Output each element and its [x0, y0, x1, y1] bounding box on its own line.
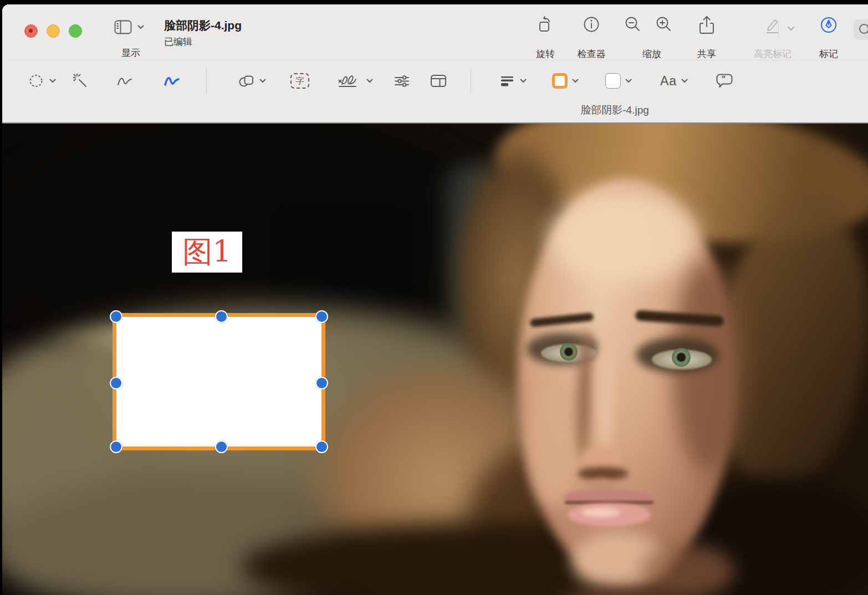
- border-color-swatch: [552, 73, 568, 89]
- jaw-shadow: [640, 545, 734, 595]
- sketch-squiggle-icon: [116, 74, 133, 88]
- highlight-chevron-icon[interactable]: [787, 26, 795, 31]
- cheek-light-layer: [528, 384, 580, 506]
- svg-text:”: ”: [721, 74, 726, 83]
- selection-ellipse-icon: [28, 73, 45, 89]
- zoom-label: 缩放: [642, 48, 661, 60]
- right-eye-iris: [672, 348, 691, 367]
- signature-icon: [338, 72, 362, 90]
- comment-button[interactable]: ”: [711, 66, 738, 95]
- resize-handle-w[interactable]: [110, 377, 122, 389]
- sign-chevron-icon: [366, 79, 373, 83]
- nose-tip: [582, 447, 622, 470]
- share-label: 共享: [697, 48, 716, 60]
- resize-handle-sw[interactable]: [110, 440, 122, 453]
- fullscreen-button[interactable]: [69, 24, 82, 38]
- sign-button[interactable]: [334, 66, 377, 95]
- markup-pen-icon: [819, 16, 838, 34]
- zoom-in-icon: [655, 16, 673, 33]
- crop-button[interactable]: [426, 66, 451, 95]
- rotate-button[interactable]: 旋转: [526, 16, 565, 60]
- preview-window: 显示 脸部阴影-4.jpg 已编辑 旋转 检查器: [2, 4, 868, 595]
- sidebar-toggle-button[interactable]: 显示: [112, 18, 151, 57]
- edited-badge: 已编辑: [164, 35, 242, 48]
- window-title: 脸部阴影-4.jpg: [164, 18, 242, 33]
- inspector-button[interactable]: 检查器: [572, 16, 611, 60]
- close-button[interactable]: [24, 24, 38, 38]
- sliders-icon: [394, 73, 410, 89]
- instant-alpha-button[interactable]: [68, 66, 93, 95]
- text-tool-button[interactable]: 字: [286, 66, 314, 95]
- line-weight-button[interactable]: [492, 66, 533, 95]
- forehead-highlight-layer: [548, 190, 698, 284]
- resize-handle-n[interactable]: [215, 310, 228, 323]
- resize-handle-se[interactable]: [315, 440, 328, 453]
- text-style-label: Aa: [660, 74, 677, 89]
- window-chrome: 显示 脸部阴影-4.jpg 已编辑 旋转 检查器: [2, 4, 868, 124]
- text-style-button[interactable]: Aa: [654, 66, 694, 95]
- resize-handle-e[interactable]: [315, 377, 328, 389]
- minimize-button[interactable]: [47, 24, 60, 38]
- selection-tool-button[interactable]: [22, 66, 62, 95]
- border-color-chevron-icon: [572, 79, 579, 83]
- rotate-label: 旋转: [536, 48, 555, 60]
- image-canvas[interactable]: 图1: [2, 124, 868, 595]
- screen: 显示 脸部阴影-4.jpg 已编辑 旋转 检查器: [0, 0, 868, 595]
- sidebar-toggle-label: 显示: [121, 47, 140, 59]
- sidebar-icon: [114, 20, 132, 35]
- lip-gloss-highlight: [581, 507, 620, 517]
- zoom-out-icon: [624, 16, 642, 33]
- search-field[interactable]: [854, 19, 868, 40]
- adjust-color-button[interactable]: [389, 66, 415, 95]
- framed-picture-layer: [271, 207, 412, 312]
- magic-wand-icon: [72, 73, 89, 89]
- markup-label: 标记: [819, 48, 838, 60]
- shapes-icon: [238, 73, 255, 89]
- figure-label-text: 图1: [182, 237, 231, 267]
- text-style-chevron-icon: [681, 79, 688, 83]
- nose-highlight: [597, 337, 614, 456]
- share-button[interactable]: 共享: [687, 16, 726, 60]
- search-icon: [858, 23, 868, 37]
- highlight-divider: [778, 20, 779, 39]
- comment-bubble-icon: ”: [715, 73, 734, 89]
- resize-handle-s[interactable]: [215, 440, 228, 453]
- left-eye-iris: [560, 343, 578, 361]
- fill-color-chevron-icon: [625, 79, 632, 83]
- toolbar-divider: [206, 68, 207, 93]
- figure-label-annotation[interactable]: 图1: [172, 232, 242, 273]
- line-weight-chevron-icon: [520, 79, 527, 83]
- text-tool-glyph: 字: [296, 76, 304, 86]
- highlight-button[interactable]: 高亮标记: [742, 16, 804, 60]
- line-weight-icon: [499, 74, 515, 88]
- sketch-tool-button[interactable]: [111, 66, 139, 95]
- draw-tool-button[interactable]: [158, 66, 186, 95]
- selection-chevron-icon: [49, 79, 56, 83]
- highlight-pencil-icon: [763, 16, 783, 35]
- text-tool-icon: 字: [290, 73, 309, 89]
- filename-caption: 脸部阴影-4.jpg: [580, 103, 649, 117]
- inspector-label: 检查器: [578, 48, 606, 60]
- fill-color-button[interactable]: [599, 66, 639, 95]
- shapes-chevron-icon: [259, 79, 266, 83]
- resize-handle-nw[interactable]: [110, 310, 122, 323]
- info-icon: [583, 16, 600, 33]
- rectangle-annotation[interactable]: [113, 313, 325, 450]
- fill-color-swatch: [605, 73, 621, 89]
- chevron-down-icon: [137, 25, 144, 29]
- shapes-button[interactable]: [232, 66, 272, 95]
- toolbar-divider-2: [471, 68, 471, 93]
- markup-button[interactable]: 标记: [809, 16, 848, 60]
- resize-handle-ne[interactable]: [315, 310, 328, 323]
- draw-squiggle-icon: [163, 73, 181, 89]
- highlight-label: 高亮标记: [754, 48, 792, 60]
- nostril-shadow: [578, 467, 629, 480]
- titlebar-divider: [9, 60, 868, 60]
- crop-layout-icon: [430, 73, 447, 89]
- border-color-button[interactable]: [544, 66, 586, 95]
- window-title-block: 脸部阴影-4.jpg 已编辑: [164, 18, 242, 48]
- share-icon: [697, 16, 716, 35]
- rotate-icon: [536, 16, 555, 34]
